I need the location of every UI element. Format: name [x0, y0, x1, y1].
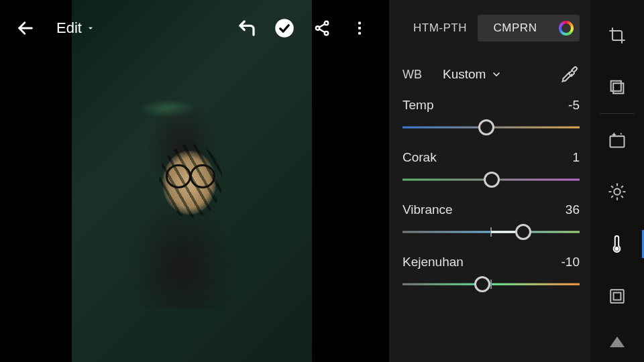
slider-corak: Corak 1: [402, 150, 580, 188]
light-sun-icon: [608, 182, 627, 201]
svg-point-9: [358, 32, 361, 34]
slider-kejenuhan: Kejenuhan -10: [402, 255, 580, 292]
caret-down-icon: [86, 23, 95, 33]
slider-corak-track[interactable]: [402, 172, 580, 188]
svg-rect-11: [611, 81, 621, 91]
frame-square-icon: [608, 288, 626, 305]
slider-temp-label: Temp: [402, 98, 433, 113]
svg-line-6: [319, 29, 325, 32]
svg-line-17: [612, 186, 613, 188]
svg-rect-12: [610, 136, 625, 147]
chevron-down-icon: [491, 69, 502, 80]
tool-presets[interactable]: [590, 62, 644, 114]
more-vertical-icon: [351, 19, 368, 37]
svg-point-7: [358, 21, 361, 24]
eyedropper-icon: [561, 66, 578, 83]
tool-effects[interactable]: [590, 270, 644, 322]
presets-stack-icon: [608, 78, 627, 97]
svg-rect-25: [614, 292, 621, 300]
slider-vibrance: Vibrance 36: [402, 202, 580, 240]
slider-temp-value: -5: [568, 98, 580, 113]
slider-vibrance-track[interactable]: [402, 224, 580, 240]
auto-sparkle-icon: [608, 131, 627, 149]
thermometer-icon: [608, 235, 626, 253]
slider-kejenuhan-thumb[interactable]: [474, 276, 490, 292]
triangle-up-icon: [610, 337, 625, 347]
slider-temp: Temp -5: [402, 98, 580, 135]
slider-temp-thumb[interactable]: [478, 119, 494, 135]
edit-dropdown[interactable]: Edit: [56, 19, 95, 37]
svg-point-1: [275, 19, 294, 38]
color-panel: HTM-PTH CMPRN WB Kustom Temp -5 Corak 1: [389, 0, 590, 362]
svg-point-8: [358, 27, 361, 29]
tab-color-mix[interactable]: [553, 15, 580, 42]
slider-center-tick: [490, 280, 492, 289]
slider-vibrance-value: 36: [566, 202, 580, 217]
svg-point-23: [615, 247, 618, 250]
tab-cmprn[interactable]: CMPRN: [478, 15, 553, 42]
svg-point-14: [614, 189, 620, 195]
svg-line-5: [319, 24, 325, 27]
more-button[interactable]: [343, 12, 376, 44]
svg-line-21: [612, 196, 613, 198]
tool-expand-up[interactable]: [590, 322, 644, 362]
wb-preset-value: Kustom: [443, 67, 486, 82]
checkmark-circle-icon: [274, 18, 294, 38]
arrow-left-icon: [16, 19, 35, 38]
tool-light[interactable]: [590, 166, 644, 219]
color-wheel-icon: [559, 21, 574, 36]
tool-color[interactable]: [590, 218, 644, 270]
edit-label-text: Edit: [56, 19, 82, 37]
tool-auto[interactable]: [590, 114, 644, 166]
slider-kejenuhan-track[interactable]: [402, 276, 580, 292]
tool-crop[interactable]: [590, 9, 644, 62]
crop-icon: [608, 26, 627, 45]
svg-rect-10: [613, 84, 623, 94]
undo-icon: [237, 18, 257, 38]
back-button[interactable]: [13, 16, 38, 40]
undo-button[interactable]: [231, 12, 263, 44]
photo-subject-glasses: [166, 164, 215, 184]
confirm-button[interactable]: [268, 12, 301, 44]
share-icon: [313, 19, 331, 37]
svg-line-22: [622, 186, 623, 188]
slider-vibrance-thumb[interactable]: [515, 224, 531, 240]
slider-corak-thumb[interactable]: [484, 172, 500, 188]
slider-temp-track[interactable]: [402, 119, 580, 135]
slider-corak-value: 1: [572, 150, 580, 165]
slider-kejenuhan-label: Kejenuhan: [402, 255, 464, 269]
slider-corak-label: Corak: [402, 150, 437, 165]
svg-point-13: [621, 133, 622, 134]
tool-rail: [590, 0, 644, 362]
tab-htmpth[interactable]: HTM-PTH: [402, 15, 478, 42]
slider-kejenuhan-value: -10: [561, 255, 580, 269]
svg-line-18: [622, 196, 623, 198]
wb-label: WB: [402, 68, 429, 82]
slider-vibrance-label: Vibrance: [402, 202, 453, 217]
svg-rect-24: [610, 290, 624, 303]
wb-preset-dropdown[interactable]: Kustom: [443, 67, 547, 82]
eyedropper-button[interactable]: [561, 66, 580, 83]
share-button[interactable]: [306, 12, 338, 44]
